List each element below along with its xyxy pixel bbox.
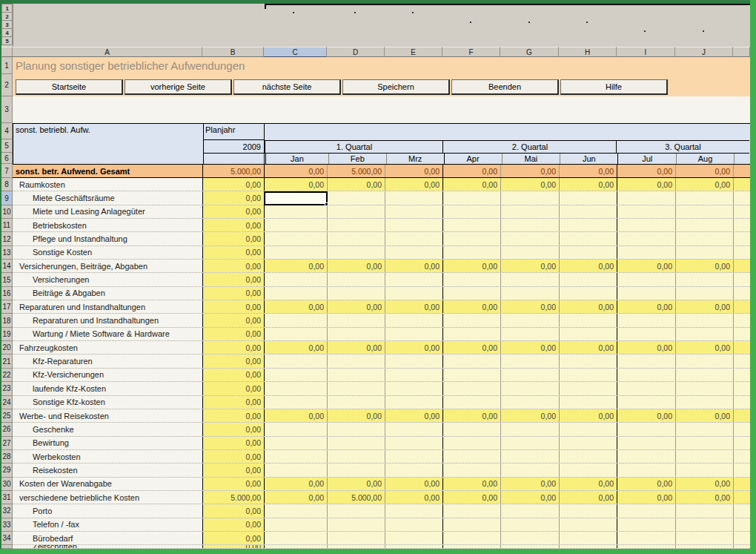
month-value-cell[interactable] (559, 328, 617, 340)
month-value-cell[interactable]: 0,00 (385, 478, 442, 490)
row-label-cell[interactable]: Porto (13, 504, 202, 517)
month-value-cell[interactable] (675, 287, 733, 300)
row-header-11[interactable]: 11 (1, 219, 13, 232)
month-value-cell[interactable] (559, 504, 617, 517)
month-value-cell[interactable] (617, 355, 675, 367)
month-value-cell[interactable] (264, 437, 327, 449)
row-label-cell[interactable]: Zeitschriften (13, 545, 202, 548)
month-value-cell[interactable] (385, 504, 442, 517)
month-value-cell[interactable] (442, 246, 500, 259)
planjahr-value-cell[interactable]: 0,00 (202, 341, 264, 354)
month-value-cell[interactable] (385, 382, 442, 395)
month-value-cell[interactable] (617, 273, 675, 286)
month-value-cell[interactable]: 0,00 (617, 165, 675, 177)
planjahr-value-cell[interactable]: 0,00 (202, 328, 264, 340)
month-value-cell[interactable] (733, 355, 750, 367)
row-label-cell[interactable]: Miete Geschäftsräume (13, 191, 202, 204)
month-header-clipped[interactable] (734, 154, 751, 165)
column-header-C[interactable]: C (264, 47, 327, 57)
row-label-cell[interactable]: Versicherungen (13, 273, 202, 286)
month-value-cell[interactable]: 0,00 (500, 165, 559, 177)
row-header-31[interactable]: 31 (1, 491, 13, 504)
month-value-cell[interactable] (500, 219, 559, 231)
month-value-cell[interactable] (264, 232, 327, 245)
row-header-24[interactable]: 24 (1, 396, 13, 409)
month-value-cell[interactable]: 0,00 (385, 165, 442, 177)
month-value-cell[interactable]: 0,00 (264, 165, 327, 177)
month-value-cell[interactable] (617, 382, 675, 395)
row-header-8[interactable]: 8 (1, 178, 13, 191)
month-value-cell[interactable]: 0,00 (617, 260, 675, 272)
month-value-cell[interactable] (264, 328, 327, 340)
month-value-cell[interactable] (264, 518, 327, 531)
column-header-B[interactable]: B (202, 47, 264, 57)
title-row-cell[interactable]: Planung sonstiger betrieblicher Aufwendu… (13, 57, 750, 74)
row-header-14[interactable]: 14 (1, 260, 13, 273)
row-label-cell[interactable]: Miete und Leasing Anlagegüter (13, 205, 202, 218)
month-value-cell[interactable] (500, 369, 559, 381)
plan-year-cell[interactable]: 2009 (204, 140, 264, 154)
planjahr-value-cell[interactable]: 0,00 (202, 504, 264, 517)
month-value-cell[interactable]: 0,00 (500, 260, 559, 272)
row-header-7[interactable]: 7 (1, 164, 13, 178)
month-value-cell[interactable] (264, 396, 327, 409)
month-value-cell[interactable] (500, 450, 559, 463)
month-value-cell[interactable]: 0,00 (264, 409, 327, 422)
month-header-Mai[interactable]: Mai (502, 154, 560, 165)
planjahr-value-cell[interactable]: 0,00 (202, 409, 264, 422)
month-value-cell[interactable] (327, 232, 385, 245)
month-value-cell[interactable] (327, 396, 385, 409)
month-value-cell[interactable] (675, 355, 733, 367)
planjahr-value-cell[interactable]: 5.000,00 (202, 165, 264, 177)
month-value-cell[interactable] (500, 273, 559, 286)
month-value-cell[interactable] (617, 396, 675, 409)
month-value-cell[interactable] (500, 246, 559, 259)
month-value-cell[interactable] (733, 287, 750, 300)
month-value-cell[interactable] (675, 232, 733, 245)
month-value-cell[interactable] (733, 191, 750, 204)
month-value-cell[interactable] (442, 314, 500, 326)
month-value-cell[interactable] (675, 437, 733, 449)
month-value-cell[interactable] (442, 328, 500, 340)
planjahr-value-cell[interactable]: 0,00 (202, 314, 264, 326)
planjahr-value-cell[interactable]: 0,00 (202, 369, 264, 381)
fill-handle[interactable] (325, 202, 328, 206)
month-value-cell[interactable] (442, 518, 500, 531)
column-header-E[interactable]: E (385, 47, 442, 57)
row-label-cell[interactable]: Beiträge & Abgaben (13, 287, 202, 300)
row-label-cell[interactable]: Reparaturen und Instandhaltungen (13, 300, 202, 313)
month-value-cell[interactable] (264, 545, 327, 548)
row-label-cell[interactable]: Versicherungen, Beiträge, Abgaben (13, 260, 202, 272)
planjahr-value-cell[interactable]: 0,00 (202, 396, 264, 409)
planjahr-value-cell[interactable]: 0,00 (202, 423, 264, 435)
month-value-cell[interactable] (442, 273, 500, 286)
month-value-cell[interactable] (617, 532, 675, 544)
month-value-cell[interactable] (500, 518, 559, 531)
month-value-cell[interactable] (675, 532, 733, 544)
month-value-cell[interactable] (559, 532, 617, 544)
month-value-cell[interactable] (327, 464, 385, 476)
month-value-cell[interactable]: 0,00 (327, 478, 385, 490)
month-value-cell[interactable] (733, 504, 750, 517)
month-value-cell[interactable]: 0,00 (559, 341, 617, 354)
month-value-cell[interactable] (559, 396, 617, 409)
month-value-cell[interactable] (733, 205, 750, 218)
month-value-cell[interactable] (675, 369, 733, 381)
month-value-cell[interactable] (500, 423, 559, 435)
month-value-cell[interactable] (617, 219, 675, 231)
month-value-cell[interactable]: 0,00 (385, 178, 442, 191)
month-value-cell[interactable] (675, 382, 733, 395)
month-header-Apr[interactable]: Apr (444, 154, 502, 165)
month-value-cell[interactable] (617, 423, 675, 435)
month-value-cell[interactable] (500, 504, 559, 517)
month-value-cell[interactable] (500, 437, 559, 449)
month-value-cell[interactable]: 0,00 (500, 178, 559, 191)
month-value-cell[interactable] (617, 287, 675, 300)
row-header-34[interactable]: 34 (1, 532, 13, 545)
row-header-30[interactable]: 30 (1, 478, 13, 491)
column-header-J[interactable]: J (675, 47, 733, 57)
month-value-cell[interactable]: 5.000,00 (327, 165, 385, 177)
month-value-cell[interactable] (385, 191, 442, 204)
month-value-cell[interactable] (733, 260, 750, 272)
month-value-cell[interactable] (264, 369, 327, 381)
